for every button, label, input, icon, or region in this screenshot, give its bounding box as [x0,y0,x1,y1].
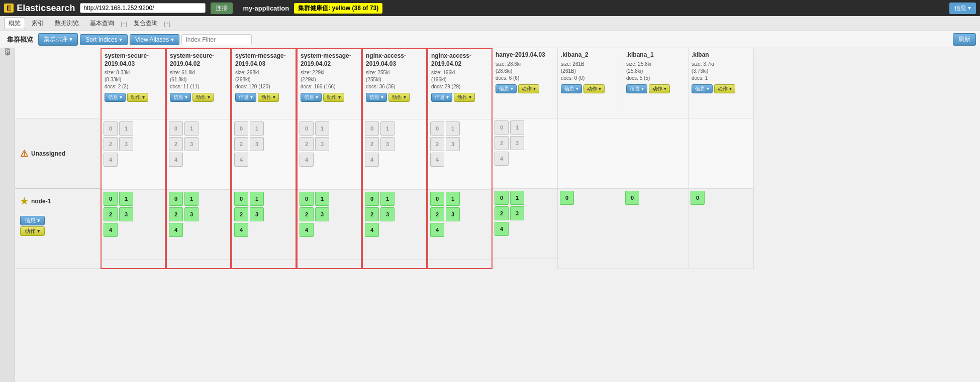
shard-cell[interactable]: 1 [510,120,524,135]
shard-cell[interactable]: 1 [184,192,199,206]
shard-cell[interactable]: 0 [169,121,183,136]
index-1-action-btn[interactable]: 动作 ▾ [192,93,214,102]
tab-index[interactable]: 索引 [27,18,48,29]
shard-cell[interactable]: 1 [119,121,133,136]
shard-cell[interactable]: 4 [495,152,509,166]
shard-cell[interactable]: 4 [495,222,509,236]
index-5-action-btn[interactable]: 动作 ▾ [454,93,475,102]
shard-cell[interactable]: 0 [495,191,509,205]
index-0-action-btn[interactable]: 动作 ▾ [127,93,148,102]
refresh-button[interactable]: 刷新 [953,33,976,46]
shard-cell[interactable]: 3 [119,207,133,221]
shard-cell[interactable]: 2 [300,207,314,221]
index-7-action-btn[interactable]: 动作 ▾ [583,84,605,93]
node1-action-button[interactable]: 动作 ▾ [20,226,45,236]
shard-cell[interactable]: 2 [104,207,118,221]
shard-cell[interactable]: 4 [169,223,183,237]
index-9-info-btn[interactable]: 信息 ▾ [692,84,713,93]
shard-cell[interactable]: 1 [119,192,133,206]
shard-cell[interactable]: 3 [380,207,395,221]
shard-cell[interactable]: 2 [169,207,183,221]
shard-cell[interactable]: 1 [184,121,199,136]
view-aliases-button[interactable]: View Aliases ▾ [130,34,179,45]
index-2-action-btn[interactable]: 动作 ▾ [258,93,279,102]
shard-cell[interactable]: 2 [495,206,509,220]
shard-cell[interactable]: 0 [300,192,314,206]
index-6-action-btn[interactable]: 动作 ▾ [518,84,539,93]
shard-cell[interactable]: 0 [104,121,118,136]
info-button[interactable]: 信息 ▾ [949,3,976,14]
shard-cell[interactable]: 2 [365,207,379,221]
cluster-sort-button[interactable]: 集群排序 ▾ [38,33,78,46]
shard-cell[interactable]: 3 [184,207,199,221]
shard-cell[interactable]: 4 [234,223,248,237]
shard-cell[interactable]: 0 [169,192,183,206]
url-input[interactable] [80,3,206,13]
shard-cell[interactable]: 3 [510,136,524,150]
shard-cell[interactable]: 0 [495,120,509,135]
shard-cell[interactable]: 3 [315,137,329,151]
shard-cell[interactable]: 0 [365,121,379,136]
shard-cell[interactable]: 3 [446,207,460,221]
shard-cell[interactable]: 0 [691,191,705,205]
tab-data-browse[interactable]: 数据浏览 [50,18,83,29]
shard-cell[interactable]: 0 [104,192,118,206]
shard-cell[interactable]: 2 [234,137,248,151]
shard-cell[interactable]: 3 [510,206,524,220]
index-6-info-btn[interactable]: 信息 ▾ [496,84,517,93]
shard-cell[interactable]: 0 [234,121,248,136]
shard-cell[interactable]: 2 [300,137,314,151]
shard-cell[interactable]: 2 [495,136,509,150]
sort-indices-button[interactable]: Sort Indices ▾ [80,34,128,45]
shard-cell[interactable]: 0 [430,192,444,206]
shard-cell[interactable]: 1 [315,192,329,206]
node1-info-button[interactable]: 信息 ▾ [20,216,45,225]
index-3-action-btn[interactable]: 动作 ▾ [323,93,344,102]
shard-cell[interactable]: 1 [250,192,264,206]
shard-cell[interactable]: 0 [560,191,574,205]
shard-cell[interactable]: 1 [446,121,460,136]
shard-cell[interactable]: 2 [169,137,183,151]
shard-cell[interactable]: 4 [430,223,444,237]
index-0-info-btn[interactable]: 信息 ▾ [105,93,126,102]
tab-overview[interactable]: 概览 [4,18,25,29]
left-icon-type[interactable]: 型 [3,52,12,56]
shard-cell[interactable]: 3 [184,137,199,151]
shard-cell[interactable]: 0 [625,191,639,205]
shard-cell[interactable]: 1 [250,121,264,136]
shard-cell[interactable]: 4 [365,153,379,167]
tab-basic-query[interactable]: 基本查询 [85,18,119,29]
shard-cell[interactable]: 4 [104,153,118,167]
shard-cell[interactable]: 4 [300,223,314,237]
shard-cell[interactable]: 3 [250,137,264,151]
index-filter-input[interactable] [181,34,252,45]
shard-cell[interactable]: 3 [380,137,395,151]
index-1-info-btn[interactable]: 信息 ▾ [170,93,191,102]
shard-cell[interactable]: 0 [300,121,314,136]
shard-cell[interactable]: 2 [104,137,118,151]
shard-cell[interactable]: 4 [104,223,118,237]
shard-cell[interactable]: 1 [510,191,524,205]
shard-cell[interactable]: 3 [315,207,329,221]
shard-cell[interactable]: 3 [250,207,264,221]
index-2-info-btn[interactable]: 信息 ▾ [235,93,256,102]
tab-complex-query-add[interactable]: [+] [164,21,171,27]
shard-cell[interactable]: 4 [300,153,314,167]
shard-cell[interactable]: 1 [380,192,395,206]
shard-cell[interactable]: 0 [365,192,379,206]
tab-basic-query-add[interactable]: [+] [121,21,127,27]
shard-cell[interactable]: 1 [446,192,460,206]
shard-cell[interactable]: 2 [430,207,444,221]
shard-cell[interactable]: 1 [380,121,395,136]
index-7-info-btn[interactable]: 信息 ▾ [561,84,582,93]
shard-cell[interactable]: 3 [446,137,460,151]
left-icon-direction[interactable]: 出向 [3,58,12,62]
index-5-info-btn[interactable]: 信息 ▾ [431,93,452,102]
shard-cell[interactable]: 4 [365,223,379,237]
shard-cell[interactable]: 2 [430,137,444,151]
index-3-info-btn[interactable]: 信息 ▾ [301,93,322,102]
shard-cell[interactable]: 1 [315,121,329,136]
connect-button[interactable]: 连接 [211,3,233,14]
shard-cell[interactable]: 4 [430,153,444,167]
shard-cell[interactable]: 0 [430,121,444,136]
